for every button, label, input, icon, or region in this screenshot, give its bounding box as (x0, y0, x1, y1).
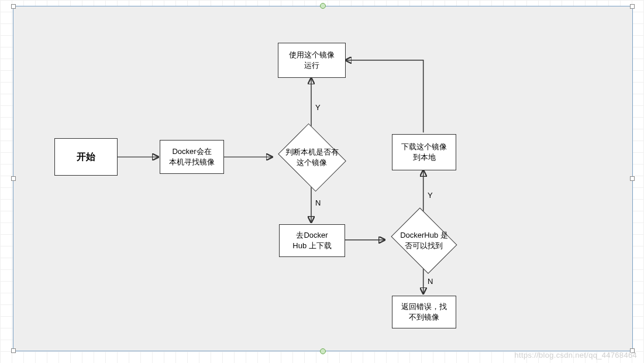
node-decide-local-label: 判断本机是否有这个镜像 (285, 147, 339, 167)
edge-label-yes-2: Y (428, 191, 433, 200)
edge-label-no-2: N (428, 277, 433, 286)
diagram-selection-frame[interactable]: 开始 Docker会在本机寻找镜像 判断本机是否有这个镜像 使用这个镜像运行 去… (13, 6, 633, 351)
node-download-local[interactable]: 下载这个镜像到本地 (392, 134, 456, 170)
edge-label-no-1: N (315, 198, 321, 207)
node-error-label: 返回错误，找不到镜像 (401, 302, 447, 323)
node-start[interactable]: 开始 (54, 138, 118, 176)
node-run-image-label: 使用这个镜像运行 (289, 50, 335, 71)
node-download-local-label: 下载这个镜像到本地 (401, 142, 447, 163)
node-download-hub[interactable]: 去DockerHub 上下载 (279, 224, 345, 257)
node-decide-hub[interactable]: DockerHub 是否可以找到 (387, 211, 462, 270)
node-search-local-label: Docker会在本机寻找镜像 (169, 146, 215, 167)
node-run-image[interactable]: 使用这个镜像运行 (278, 43, 346, 78)
flowchart-canvas: 开始 Docker会在本机寻找镜像 判断本机是否有这个镜像 使用这个镜像运行 去… (13, 6, 632, 351)
edge-label-yes-1: Y (315, 103, 321, 112)
node-decide-hub-label: DockerHub 是否可以找到 (400, 230, 448, 251)
node-search-local[interactable]: Docker会在本机寻找镜像 (160, 140, 224, 174)
node-download-hub-label: 去DockerHub 上下载 (292, 230, 331, 251)
node-decide-local[interactable]: 判断本机是否有这个镜像 (274, 126, 350, 189)
node-error[interactable]: 返回错误，找不到镜像 (392, 296, 456, 328)
watermark-text: https://blog.csdn.net/qq_44768464 (515, 351, 637, 359)
node-start-label: 开始 (77, 150, 95, 163)
